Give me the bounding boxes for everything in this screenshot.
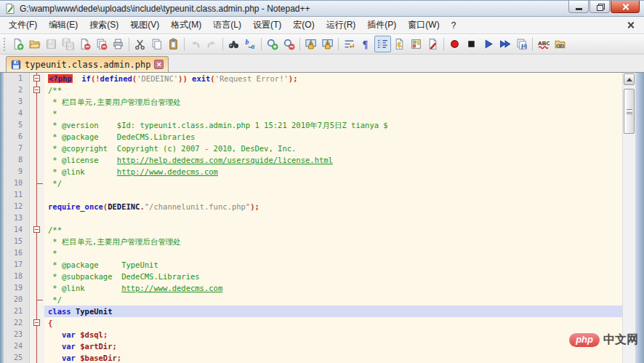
- window-title: G:\wamp\www\dede\uploads\include\typeuni…: [20, 4, 310, 14]
- watermark: php 中文网: [569, 332, 638, 348]
- code-text: class TypeUnit: [44, 306, 622, 317]
- code-line-10[interactable]: 10 */: [4, 177, 622, 189]
- undo-button[interactable]: [187, 36, 204, 52]
- code-line-17[interactable]: 17 * @package TypeUnit: [4, 259, 622, 271]
- menu-item-language[interactable]: 语言(L): [207, 17, 247, 33]
- code-line-4[interactable]: 4 *: [4, 108, 622, 119]
- open-containing-folder-button[interactable]: [552, 36, 568, 52]
- save-file-button[interactable]: [43, 36, 60, 52]
- code-line-8[interactable]: 8 * @license http://help.dedecms.com/use…: [4, 154, 622, 166]
- replace-button[interactable]: ba: [242, 36, 259, 52]
- document-map-button[interactable]: [408, 36, 424, 52]
- code-line-5[interactable]: 5 * @version $Id: typeunit.class.admin.p…: [4, 119, 622, 131]
- sync-horizontal-scroll-button[interactable]: [319, 36, 336, 52]
- minimize-icon: [576, 8, 582, 10]
- menu-item-help[interactable]: ?: [446, 18, 462, 33]
- code-line-11[interactable]: 11: [4, 189, 622, 201]
- zoom-out-button[interactable]: [281, 36, 297, 52]
- notepadpp-window: G:\wamp\www\dede\uploads\include\typeuni…: [0, 0, 644, 363]
- new-file-button[interactable]: [9, 36, 26, 52]
- scroll-up-button[interactable]: [624, 73, 635, 85]
- fold-line: [36, 340, 37, 352]
- menu-item-window[interactable]: 窗口(W): [402, 17, 445, 33]
- toolbar-grip[interactable]: [4, 38, 7, 51]
- minimize-button[interactable]: [568, 1, 589, 13]
- macro-record-button[interactable]: [446, 36, 463, 52]
- print-button[interactable]: [110, 36, 126, 52]
- saved-floppy-icon: [11, 60, 21, 70]
- code-line-13[interactable]: 13: [4, 212, 622, 224]
- sync-vertical-scroll-button[interactable]: [302, 36, 319, 52]
- edit-marker-button[interactable]: [424, 36, 441, 52]
- open-file-button[interactable]: [26, 36, 43, 52]
- copy-button[interactable]: [148, 36, 165, 52]
- code-editor[interactable]: 1<?php if(!defined('DEDEINC')) exit('Req…: [4, 73, 622, 363]
- tab-typeunit-class-admin-php[interactable]: typeunit.class.admin.php: [6, 56, 169, 72]
- menu-item-format[interactable]: 格式(M): [165, 17, 207, 33]
- code-line-19[interactable]: 19 * @link http://www.dedecms.com: [4, 282, 622, 294]
- code-line-24[interactable]: 24 var $artDir;: [4, 340, 622, 352]
- fold-margin: [30, 212, 44, 224]
- code-line-1[interactable]: 1<?php if(!defined('DEDEINC')) exit('Req…: [4, 73, 622, 84]
- vertical-scrollbar[interactable]: [622, 73, 635, 363]
- titlebar[interactable]: G:\wamp\www\dede\uploads\include\typeuni…: [0, 1, 644, 17]
- menu-item-file[interactable]: 文件(F): [3, 17, 43, 33]
- word-wrap-button[interactable]: [341, 36, 358, 52]
- code-line-12[interactable]: 12require_once(DEDEINC."/channelunit.fun…: [4, 201, 622, 212]
- redo-button[interactable]: [204, 36, 220, 52]
- macro-play-icon: [482, 38, 494, 50]
- code-line-18[interactable]: 18 * @subpackage DedeCMS.Libraries: [4, 271, 622, 282]
- menu-item-macro[interactable]: 宏(O): [287, 17, 320, 33]
- close-icon: [622, 4, 629, 10]
- menu-item-search[interactable]: 搜索(S): [84, 17, 124, 33]
- find-button[interactable]: [225, 36, 242, 52]
- macro-stop-button[interactable]: [463, 36, 480, 52]
- fold-collapse-icon[interactable]: [33, 75, 40, 81]
- menu-item-edit[interactable]: 编辑(E): [43, 17, 84, 33]
- close-button[interactable]: [611, 1, 640, 13]
- code-line-15[interactable]: 15 * 栏目单元,主要用户管理后台管理处: [4, 236, 622, 247]
- close-all-button[interactable]: [93, 36, 110, 52]
- code-line-25[interactable]: 25 var $baseDir;: [4, 352, 622, 363]
- save-all-button[interactable]: [60, 36, 76, 52]
- macro-play-button[interactable]: [480, 36, 496, 52]
- fold-collapse-icon[interactable]: [33, 87, 40, 93]
- fold-collapse-icon[interactable]: [33, 226, 40, 233]
- fold-line: [36, 212, 37, 224]
- code-line-16[interactable]: 16 *: [4, 247, 622, 259]
- menu-item-plugins[interactable]: 插件(P): [361, 17, 402, 33]
- show-indent-guide-button[interactable]: [374, 36, 391, 52]
- cut-button[interactable]: [132, 36, 148, 52]
- code-line-20[interactable]: 20 */: [4, 294, 622, 306]
- code-token: http://www.dedecms.com: [117, 167, 218, 176]
- code-line-7[interactable]: 7 * @copyright Copyright (c) 2007 - 2010…: [4, 143, 622, 154]
- code-line-6[interactable]: 6 * @package DedeCMS.Libraries: [4, 131, 622, 143]
- user-define-dialog-button[interactable]: [391, 36, 408, 52]
- fold-margin: [30, 271, 44, 282]
- macro-run-multiple-button[interactable]: [496, 36, 513, 52]
- code-line-2[interactable]: 2/**: [4, 84, 622, 96]
- code-line-23[interactable]: 23 var $dsql;: [4, 329, 622, 340]
- paste-button[interactable]: [165, 36, 182, 52]
- show-all-characters-button[interactable]: ¶: [358, 36, 374, 52]
- menu-item-settings[interactable]: 设置(T): [247, 17, 287, 33]
- fold-collapse-icon[interactable]: [33, 319, 40, 326]
- code-text: * @link http://www.dedecms.com: [44, 166, 622, 177]
- code-line-3[interactable]: 3 * 栏目单元,主要用户管理后台管理处: [4, 96, 622, 108]
- scrollbar-thumb[interactable]: [624, 89, 635, 134]
- close-file-button[interactable]: [76, 36, 93, 52]
- restore-button[interactable]: [589, 1, 610, 13]
- tab-close-icon[interactable]: [154, 60, 164, 69]
- menu-item-view[interactable]: 视图(V): [124, 17, 165, 33]
- code-line-14[interactable]: 14/**: [4, 224, 622, 236]
- zoom-in-button[interactable]: [264, 36, 281, 52]
- code-line-21[interactable]: 21class TypeUnit: [4, 306, 622, 317]
- fold-margin: [30, 317, 44, 329]
- code-line-9[interactable]: 9 * @link http://www.dedecms.com: [4, 166, 622, 177]
- menu-close-icon[interactable]: [627, 20, 634, 31]
- code-line-22[interactable]: 22{: [4, 317, 622, 329]
- spell-check-button[interactable]: ABC: [535, 36, 552, 52]
- menu-item-run[interactable]: 运行(R): [321, 17, 362, 33]
- macro-save-button[interactable]: [513, 36, 530, 52]
- line-number: 24: [4, 340, 30, 352]
